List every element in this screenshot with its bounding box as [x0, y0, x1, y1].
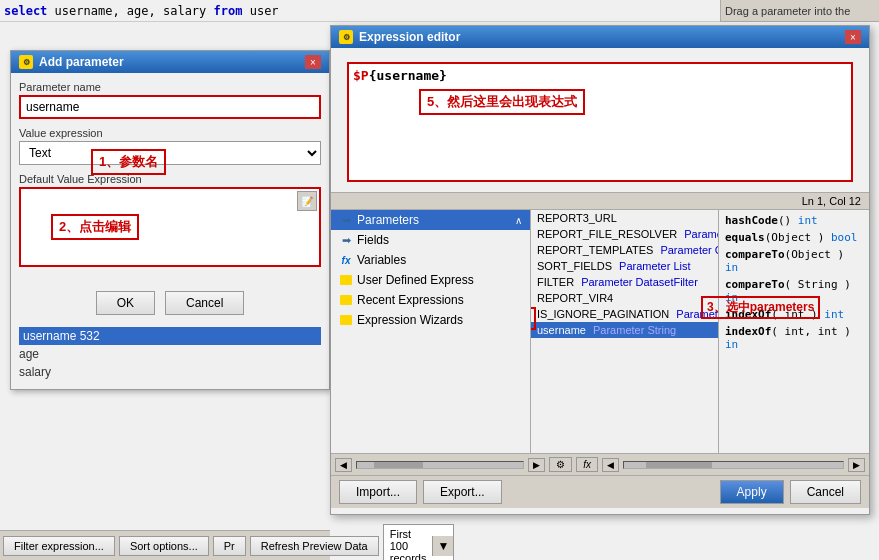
- apply-btn[interactable]: Apply: [720, 480, 784, 504]
- param-list: username 532 age salary: [11, 323, 329, 389]
- list-item-is-ignore[interactable]: IS_IGNORE_PAGINATION Parameter: [531, 306, 718, 322]
- folder-icon-recent: [339, 293, 353, 307]
- expr-close-btn[interactable]: ×: [845, 30, 861, 44]
- pr-btn[interactable]: Pr: [213, 536, 246, 556]
- list-item-username[interactable]: username Parameter String: [531, 322, 718, 338]
- scroll-track-bottom[interactable]: [356, 461, 524, 469]
- cancel-button-param[interactable]: Cancel: [165, 291, 244, 315]
- scroll-right-btn[interactable]: ▶: [528, 458, 545, 472]
- param-item-salary: salary: [19, 363, 321, 381]
- tree-label-variables: Variables: [357, 253, 406, 267]
- default-value-label: Default Value Expression: [19, 173, 321, 185]
- records-dropdown[interactable]: First 100 records ▼: [383, 524, 455, 561]
- eval-btn[interactable]: ⚙: [549, 457, 572, 472]
- list-item-report-templates[interactable]: REPORT_TEMPLATES Parameter Coll: [531, 242, 718, 258]
- cancel-btn-expr[interactable]: Cancel: [790, 480, 861, 504]
- scroll-thumb-bottom: [374, 462, 424, 468]
- tree-item-user-defined[interactable]: User Defined Express: [331, 270, 530, 290]
- list-item-filter[interactable]: FILTER Parameter DatasetFilter: [531, 274, 718, 290]
- annotation-4: 4、双击选择我们刚创建的入参: [531, 307, 536, 330]
- annotation-2: 2、点击编辑: [51, 214, 139, 240]
- list-item-report-vir4[interactable]: REPORT_VIR4: [531, 290, 718, 306]
- method-indexof-int-int[interactable]: indexOf( int, int ) in: [721, 323, 867, 353]
- scroll-right-3-btn[interactable]: ▶: [848, 458, 865, 472]
- folder-icon-wizards: [339, 313, 353, 327]
- param-name-group: Parameter name: [19, 81, 321, 119]
- expr-methods-panel: hashCode() int equals(Object ) bool comp…: [719, 210, 869, 453]
- expr-footer: Import... Export... Apply Cancel: [331, 475, 869, 508]
- records-arrow-icon[interactable]: ▼: [432, 536, 453, 556]
- expr-title-text: Expression editor: [359, 30, 460, 44]
- annotation-5: 5、然后这里会出现表达式: [419, 89, 585, 115]
- tree-label-wizards: Expression Wizards: [357, 313, 463, 327]
- bottom-bar: Filter expression... Sort options... Pr …: [0, 530, 330, 560]
- tree-label-parameters: Parameters: [357, 213, 419, 227]
- list-item-report-file[interactable]: REPORT_FILE_RESOLVER Parameter: [531, 226, 718, 242]
- sql-bar: select username, age, salary from user: [0, 0, 720, 22]
- param-name-input[interactable]: [19, 95, 321, 119]
- add-param-body: Parameter name 1、参数名 Value expression Te…: [11, 73, 329, 283]
- tree-item-parameters[interactable]: ➡ Parameters ∧: [331, 210, 530, 230]
- tree-item-recent[interactable]: Recent Expressions: [331, 290, 530, 310]
- add-param-dialog: ⚙ Add parameter × Parameter name 1、参数名 V…: [10, 50, 330, 390]
- expr-list-panel: REPORT3_URL REPORT_FILE_RESOLVER Paramet…: [531, 210, 719, 453]
- expr-bottom-panels: 3、选中parameters ➡ Parameters ∧ ➡ Fields f…: [331, 210, 869, 453]
- right-scroll-area: ◀ ▶: [602, 458, 865, 472]
- footer-btns-left: Import... Export...: [339, 480, 502, 504]
- method-equals[interactable]: equals(Object ) bool: [721, 229, 867, 246]
- annotation-1: 1、参数名: [91, 149, 166, 175]
- add-param-title-text: Add parameter: [39, 55, 124, 69]
- expr-editor-container: $P{username} 5、然后这里会出现表达式: [339, 54, 861, 190]
- highlighted-item-container: username Parameter String 4、双击选择我们刚创建的入参: [531, 322, 718, 338]
- add-param-buttons: OK Cancel: [11, 283, 329, 323]
- param-item-username[interactable]: username 532: [19, 327, 321, 345]
- default-value-group: Default Value Expression 📝 2、点击编辑: [19, 173, 321, 267]
- formula-btn[interactable]: fx: [576, 457, 598, 472]
- ok-button[interactable]: OK: [96, 291, 155, 315]
- expr-status-bar: Ln 1, Col 12: [331, 192, 869, 210]
- scroll-thumb-right: [646, 462, 712, 468]
- scrollbar-area: ◀ ▶ ⚙ fx ◀ ▶: [331, 453, 869, 475]
- export-btn[interactable]: Export...: [423, 480, 502, 504]
- scroll-track-right[interactable]: [623, 461, 844, 469]
- param-name-label: Parameter name: [19, 81, 321, 93]
- tree-label-recent: Recent Expressions: [357, 293, 464, 307]
- title-left: ⚙ Add parameter: [19, 55, 124, 69]
- scroll-left-btn[interactable]: ◀: [335, 458, 352, 472]
- tree-label-fields: Fields: [357, 233, 389, 247]
- expr-editor-area[interactable]: $P{username}: [347, 62, 853, 182]
- tree-label-user-defined: User Defined Express: [357, 273, 474, 287]
- arrow-icon-params: ➡: [339, 213, 353, 227]
- default-value-area: 📝 2、点击编辑: [19, 187, 321, 267]
- value-expr-label: Value expression: [19, 127, 321, 139]
- method-compareto-obj[interactable]: compareTo(Object ) in: [721, 246, 867, 276]
- expr-icon: ⚙: [339, 30, 353, 44]
- edit-default-btn[interactable]: 📝: [297, 191, 317, 211]
- value-expr-select[interactable]: Text Integer Double: [19, 141, 321, 165]
- add-param-title-bar: ⚙ Add parameter ×: [11, 51, 329, 73]
- import-btn[interactable]: Import...: [339, 480, 417, 504]
- refresh-preview-btn[interactable]: Refresh Preview Data: [250, 536, 379, 556]
- arrow-icon-fields: ➡: [339, 233, 353, 247]
- method-hashcode[interactable]: hashCode() int: [721, 212, 867, 229]
- expr-editor-dialog: ⚙ Expression editor × $P{username} 5、然后这…: [330, 25, 870, 515]
- fx-icon-variables: fx: [339, 253, 353, 267]
- value-expr-group: Value expression Text Integer Double: [19, 127, 321, 165]
- left-scroll-area: ◀ ▶ ⚙ fx: [335, 457, 598, 472]
- tree-item-fields[interactable]: ➡ Fields: [331, 230, 530, 250]
- expr-title-left: ⚙ Expression editor: [339, 30, 460, 44]
- add-param-close-btn[interactable]: ×: [305, 55, 321, 69]
- expr-tree-panel: 3、选中parameters ➡ Parameters ∧ ➡ Fields f…: [331, 210, 531, 453]
- list-item-sort-fields[interactable]: SORT_FIELDS Parameter List: [531, 258, 718, 274]
- filter-expr-btn[interactable]: Filter expression...: [3, 536, 115, 556]
- scroll-right-2-btn[interactable]: ◀: [602, 458, 619, 472]
- tree-item-variables[interactable]: fx Variables: [331, 250, 530, 270]
- footer-btns-right: Apply Cancel: [720, 480, 861, 504]
- collapse-icon-params: ∧: [515, 215, 522, 226]
- tree-item-wizards[interactable]: Expression Wizards: [331, 310, 530, 330]
- expr-title-bar: ⚙ Expression editor ×: [331, 26, 869, 48]
- param-item-age: age: [19, 345, 321, 363]
- drag-bar: Drag a parameter into the: [720, 0, 879, 22]
- list-item-report3url[interactable]: REPORT3_URL: [531, 210, 718, 226]
- sort-options-btn[interactable]: Sort options...: [119, 536, 209, 556]
